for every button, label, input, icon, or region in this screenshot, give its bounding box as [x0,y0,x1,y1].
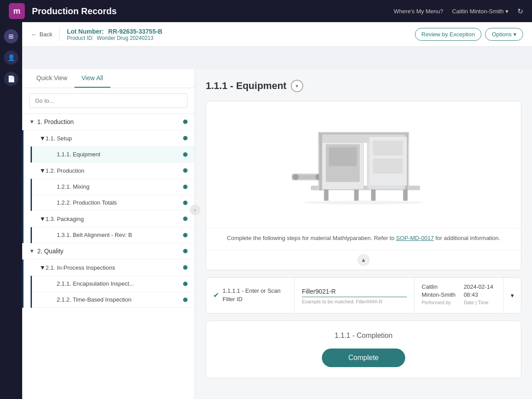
tab-quick-view[interactable]: Quick View [29,69,74,88]
sub-header-actions: Review by Exception Options ▾ [415,28,523,41]
lot-label: Lot Number: [67,28,104,35]
section-group-production-sub: 1.2.1. Mixing 1.2.2. Production Totals [31,179,195,211]
section-dropdown-button[interactable]: ▾ [291,80,303,92]
tree-label-mixing: 1.2.1. Mixing [57,183,183,190]
svg-rect-18 [371,190,376,201]
options-label: Options [492,31,512,38]
tree-item-time-based[interactable]: 2.1.2. Time-Based Inspection [32,292,195,308]
tree-label-setup: 1.1. Setup [46,135,183,142]
section-group-in-process: 2.1.1. Encapsulation Inspect... 2.1.2. T… [31,276,195,308]
refresh-icon[interactable]: ↻ [517,7,523,15]
tree-item-setup[interactable]: ▼ 1.1. Setup [23,130,195,147]
entry-meta-column: Caitlin Minton-Smith Performed by 2024-0… [415,278,503,313]
card-footer: ▲ [206,250,521,270]
content-header: 1.1.1 - Equipment ▾ [206,80,521,92]
product-id: Product ID: Wonder Drug 20240213 [67,35,162,41]
svg-rect-12 [318,132,409,135]
section-group-1: ▼ 1.1. Setup 1.1.1. Equipment ▼ 1.2. Pro… [22,130,195,243]
tree-label-production-totals: 1.2.2. Production Totals [57,199,183,206]
tree-item-belt-alignment[interactable]: 1.3.1. Belt Alignment - Rev: B [32,227,195,243]
tree-item-packaging[interactable]: ▼ 1.3. Packaging [23,211,195,227]
user-menu[interactable]: Caitlin Minton-Smith ▾ [452,8,509,15]
svg-rect-16 [324,190,329,201]
status-dot [183,298,188,302]
status-dot [183,168,188,173]
tree-label-production-sub: 1.2. Production [46,167,183,174]
svg-point-8 [293,174,299,180]
tree-section-production: ▼ 1. Production ▼ 1.1. Setup 1.1.1. Equi… [22,114,195,308]
chevron-down-icon: ▾ [505,8,509,15]
tree-item-encapsulation[interactable]: 2.1.1. Encapsulation Inspect... [32,276,195,292]
status-dot [183,265,188,270]
entry-row: ✔ 1.1.1.1 - Enter or Scan Filler ID Exam… [206,278,521,313]
where-my-menu-link[interactable]: Where's My Menu? [394,8,443,15]
search-input[interactable] [29,93,188,108]
svg-rect-17 [354,190,359,201]
options-button[interactable]: Options ▾ [485,28,523,41]
tree-item-equipment[interactable]: 1.1.1. Equipment [32,147,195,163]
tree-item-production-totals[interactable]: 1.2.2. Production Totals [32,195,195,211]
section-group-packaging: 1.3.1. Belt Alignment - Rev: B [31,227,195,243]
description-suffix: for additional information. [435,235,500,241]
tree-label-time-based: 2.1.2. Time-Based Inspection [57,296,183,303]
tab-view-all[interactable]: View All [74,69,110,88]
options-chevron-icon: ▾ [513,31,516,38]
chevron-down-icon: ▼ [39,264,46,271]
sidebar-search [22,88,195,114]
entry-card: ✔ 1.1.1.1 - Enter or Scan Filler ID Exam… [206,277,521,314]
back-arrow-icon: ← [31,31,37,38]
scroll-up-button[interactable]: ▲ [357,254,370,266]
entry-label-column: ✔ 1.1.1.1 - Enter or Scan Filler ID [206,278,295,313]
date-value: 2024-02-14 08:43 [464,283,496,299]
lot-value: RR-92635-33755-B [108,28,162,35]
tree-label-equipment: 1.1.1. Equipment [57,151,183,158]
sop-link[interactable]: SOP-MD-0017 [396,235,434,241]
date-meta: 2024-02-14 08:43 Date | Time [464,283,496,305]
performed-by-meta: Caitlin Minton-Smith Performed by [422,283,458,305]
document-icon[interactable]: 📄 [4,72,18,86]
tree-item-in-process[interactable]: ▼ 2.1. In-Process Inspections [23,260,195,276]
top-nav: m Production Records Where's My Menu? Ca… [0,0,532,22]
tree-item-production[interactable]: ▼ 1. Production [22,114,195,130]
svg-rect-10 [319,133,322,190]
completion-title: 1.1.1 - Completion [217,332,510,340]
status-dot [183,233,188,237]
status-dot [183,201,188,205]
top-nav-right: Where's My Menu? Caitlin Minton-Smith ▾ … [394,7,523,15]
tree-label-encapsulation: 2.1.1. Encapsulation Inspect... [57,280,183,287]
main-layout: Quick View View All ▼ 1. Production ▼ 1.… [22,69,532,399]
filler-id-input[interactable] [302,286,407,297]
tree-label-quality: 2. Quality [37,248,183,255]
lot-number: Lot Number: RR-92635-33755-B [67,28,162,35]
chevron-down-icon: ▼ [39,135,46,142]
tree-label-production: 1. Production [37,118,183,125]
sidebar-tabs: Quick View View All [22,69,195,88]
entry-input-column: Example to be matched: Filler####-R [295,278,415,313]
status-dot [183,120,188,124]
date-label: Date | Time [464,300,496,305]
tree-item-quality[interactable]: ▼ 2. Quality [22,243,195,260]
section-group-quality: ▼ 2.1. In-Process Inspections 2.1.1. Enc… [22,260,195,308]
equipment-image-area [206,101,521,228]
svg-rect-14 [373,140,403,155]
product-value: Wonder Drug 20240213 [97,35,153,41]
sidebar-panel: Quick View View All ▼ 1. Production ▼ 1.… [22,69,195,399]
tree-item-mixing[interactable]: 1.2.1. Mixing [32,179,195,195]
chevron-down-icon: ▼ [39,215,46,222]
section-title: 1.1.1 - Equipment [206,80,286,92]
left-icon-bar: ⊞ 👤 📄 [0,22,22,399]
complete-button[interactable]: Complete [322,349,405,367]
tree-label-packaging: 1.3. Packaging [46,216,183,222]
collapse-sidebar-button[interactable]: ‹ [190,205,200,215]
status-dot [183,282,188,286]
review-by-exception-button[interactable]: Review by Exception [415,28,482,41]
status-dot [183,217,188,221]
equipment-card: Complete the following steps for materia… [206,101,521,270]
back-button[interactable]: ← Back [31,31,52,38]
home-icon[interactable]: ⊞ [4,29,18,43]
section-group-setup: 1.1.1. Equipment [31,147,195,163]
lot-info: Lot Number: RR-92635-33755-B Product ID:… [59,28,162,41]
user-icon[interactable]: 👤 [4,50,18,65]
tree-item-production-sub[interactable]: ▼ 1.2. Production [23,163,195,179]
entry-expand-button[interactable]: ▾ [503,278,521,313]
